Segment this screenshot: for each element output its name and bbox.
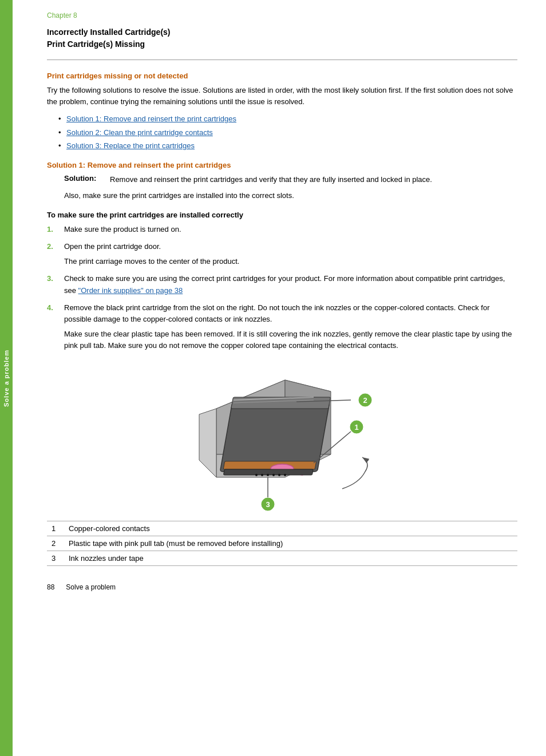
svg-point-13	[272, 474, 275, 476]
solution-label: Solution:	[64, 174, 110, 185]
step-num-1: 1.	[47, 224, 58, 235]
step-num-3: 3.	[47, 273, 58, 296]
chapter-label: Chapter 8	[47, 11, 517, 19]
main-content: Chapter 8 Incorrectly Installed Cartridg…	[13, 0, 546, 756]
step-content-4: Remove the black print cartridge from th…	[64, 302, 517, 352]
svg-point-12	[267, 474, 269, 476]
legend-row-1: 1 Copper-colored contacts	[47, 521, 517, 536]
also-text: Also, make sure the print cartridges are…	[64, 190, 517, 201]
solution-inline: Solution: Remove and reinsert the print …	[64, 174, 517, 185]
side-tab-label: Solve a problem	[3, 350, 10, 407]
step-text-1: Make sure the product is turned on.	[64, 225, 181, 233]
legend-text-2: Plastic tape with pink pull tab (must be…	[64, 536, 517, 551]
footer-chapter: Solve a problem	[66, 583, 116, 591]
section1-intro: Try the following solutions to resolve t…	[47, 85, 517, 108]
legend-num-3: 3	[47, 551, 64, 566]
page-number: 88	[47, 583, 54, 591]
svg-text:3: 3	[266, 500, 270, 509]
solution2-link[interactable]: Solution 2: Clean the print cartridge co…	[66, 128, 213, 137]
section1-heading: Print cartridges missing or not detected	[47, 72, 517, 80]
step-sub-2: The print carriage moves to the center o…	[64, 256, 517, 267]
solution-block: Solution: Remove and reinsert the print …	[64, 174, 517, 201]
page-title-2: Print Cartridge(s) Missing	[47, 38, 517, 50]
legend-text-3: Ink nozzles under tape	[64, 551, 517, 566]
solutions-list: Solution 1: Remove and reinsert the prin…	[58, 113, 517, 152]
sub-heading: To make sure the print cartridges are in…	[47, 211, 517, 219]
step-content-1: Make sure the product is turned on.	[64, 224, 517, 235]
step-content-2: Open the print cartridge door. The print…	[64, 241, 517, 267]
cartridge-illustration: 1 2 3	[182, 363, 399, 512]
step-1: 1. Make sure the product is turned on.	[47, 224, 517, 235]
step3-link[interactable]: "Order ink supplies" on page 38	[78, 286, 183, 295]
step-content-3: Check to make sure you are using the cor…	[64, 273, 517, 296]
step-num-4: 4.	[47, 302, 58, 352]
legend-row-2: 2 Plastic tape with pink pull tab (must …	[47, 536, 517, 551]
step-3: 3. Check to make sure you are using the …	[47, 273, 517, 296]
side-tab: Solve a problem	[0, 0, 13, 756]
step-num-2: 2.	[47, 241, 58, 267]
illustration-container: 1 2 3	[64, 363, 517, 512]
svg-point-10	[255, 474, 258, 476]
list-item: Solution 3: Replace the print cartridges	[58, 140, 517, 152]
svg-point-14	[278, 474, 280, 476]
step-2: 2. Open the print cartridge door. The pr…	[47, 241, 517, 267]
legend-text-1: Copper-colored contacts	[64, 521, 517, 536]
title-divider	[47, 60, 517, 60]
section2-heading: Solution 1: Remove and reinsert the prin…	[47, 161, 517, 169]
solution3-link[interactable]: Solution 3: Replace the print cartridges	[66, 141, 195, 150]
svg-point-15	[284, 474, 286, 476]
solution1-link[interactable]: Solution 1: Remove and reinsert the prin…	[66, 114, 236, 123]
svg-marker-4	[199, 409, 216, 477]
solution-text: Remove and reinsert the print cartridges…	[110, 174, 432, 185]
page-footer: 88 Solve a problem	[47, 583, 517, 591]
svg-point-11	[261, 474, 263, 476]
step-text-2: Open the print cartridge door.	[64, 242, 161, 251]
svg-rect-7	[223, 461, 316, 469]
steps-list: 1. Make sure the product is turned on. 2…	[47, 224, 517, 351]
svg-text:2: 2	[363, 396, 367, 405]
step-4: 4. Remove the black print cartridge from…	[47, 302, 517, 352]
legend-table: 1 Copper-colored contacts 2 Plastic tape…	[47, 521, 517, 566]
step-sub-4: Make sure the clear plastic tape has bee…	[64, 328, 517, 351]
step-text-4: Remove the black print cartridge from th…	[64, 303, 490, 323]
list-item: Solution 1: Remove and reinsert the prin…	[58, 113, 517, 125]
legend-row-3: 3 Ink nozzles under tape	[47, 551, 517, 566]
page-title-1: Incorrectly Installed Cartridge(s)	[47, 26, 517, 38]
page-title-block: Incorrectly Installed Cartridge(s) Print…	[47, 26, 517, 50]
legend-num-1: 1	[47, 521, 64, 536]
legend-num-2: 2	[47, 536, 64, 551]
svg-text:1: 1	[354, 423, 358, 432]
list-item: Solution 2: Clean the print cartridge co…	[58, 127, 517, 138]
